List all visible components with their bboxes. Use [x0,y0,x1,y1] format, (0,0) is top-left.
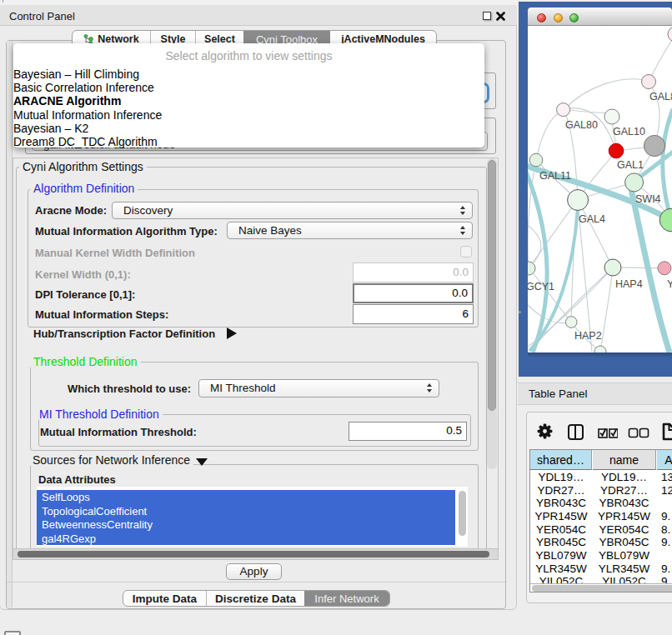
svg-text:HAP4: HAP4 [615,278,643,290]
svg-text:HAP2: HAP2 [574,330,602,342]
svg-text:YM: YM [667,278,672,290]
svg-text:GAL4: GAL4 [579,213,605,225]
svg-text:SWI4: SWI4 [635,193,661,205]
svg-text:GAL10: GAL10 [613,126,645,138]
svg-text:GAL80: GAL80 [565,119,598,131]
svg-text:GCY1: GCY1 [528,281,554,292]
svg-text:GAL1: GAL1 [617,159,644,171]
svg-text:GAL80: GAL80 [649,91,672,102]
svg-text:GAL11: GAL11 [539,170,571,182]
